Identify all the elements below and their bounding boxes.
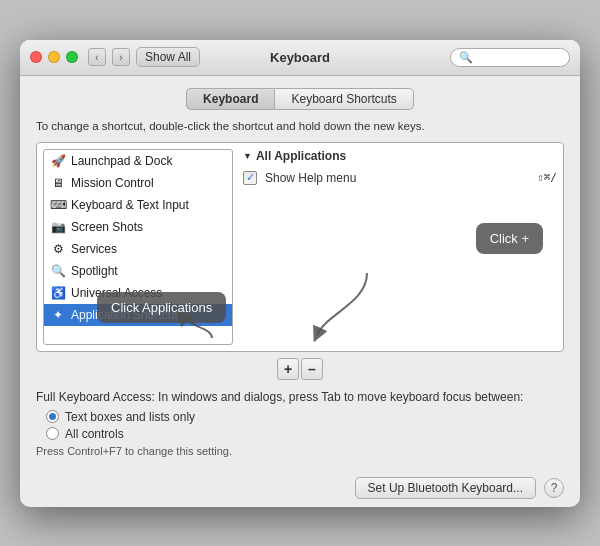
main-panel: 🚀 Launchpad & Dock 🖥 Mission Control ⌨ K… [36, 142, 564, 352]
tab-keyboard[interactable]: Keyboard [186, 88, 274, 110]
radio-item-text-boxes[interactable]: Text boxes and lists only [46, 410, 564, 424]
maximize-button[interactable] [66, 51, 78, 63]
bottom-bar: Set Up Bluetooth Keyboard... ? [20, 469, 580, 507]
add-shortcut-button[interactable]: + [277, 358, 299, 380]
shortcut-label: Show Help menu [265, 171, 529, 185]
triangle-icon: ▼ [243, 151, 252, 161]
list-item-screenshots[interactable]: 📷 Screen Shots [44, 216, 232, 238]
list-item-services[interactable]: ⚙ Services [44, 238, 232, 260]
radio-text-boxes[interactable] [46, 410, 59, 423]
spotlight-icon: 🔍 [50, 263, 66, 279]
app-shortcuts-icon: ✦ [50, 307, 66, 323]
callout-apps-label: Click Applications [111, 300, 212, 315]
radio-item-all-controls[interactable]: All controls [46, 427, 564, 441]
nav-controls: ‹ › Show All [88, 47, 200, 67]
full-kb-title: Full Keyboard Access: In windows and dia… [36, 390, 564, 404]
content-area: Keyboard Keyboard Shortcuts To change a … [20, 76, 580, 469]
list-item-label: Keyboard & Text Input [71, 198, 189, 212]
bluetooth-keyboard-button[interactable]: Set Up Bluetooth Keyboard... [355, 477, 536, 499]
list-item-label: Mission Control [71, 176, 154, 190]
screenshots-icon: 📷 [50, 219, 66, 235]
show-all-button[interactable]: Show All [136, 47, 200, 67]
window-title: Keyboard [270, 50, 330, 65]
remove-shortcut-button[interactable]: – [301, 358, 323, 380]
launchpad-icon: 🚀 [50, 153, 66, 169]
shortcut-checkbox[interactable]: ✓ [243, 171, 257, 185]
list-item-spotlight[interactable]: 🔍 Spotlight [44, 260, 232, 282]
keyboard-icon: ⌨ [50, 197, 66, 213]
radio-label-text-boxes: Text boxes and lists only [65, 410, 195, 424]
list-item-label: Services [71, 242, 117, 256]
add-remove-buttons: + – [36, 358, 564, 380]
shortcut-row: ✓ Show Help menu ⇧⌘/ [243, 169, 557, 187]
list-item-label: Screen Shots [71, 220, 143, 234]
forward-button[interactable]: › [112, 48, 130, 66]
instruction-text: To change a shortcut, double-click the s… [36, 120, 564, 132]
list-item-mission-control[interactable]: 🖥 Mission Control [44, 172, 232, 194]
list-item-launchpad[interactable]: 🚀 Launchpad & Dock [44, 150, 232, 172]
minimize-button[interactable] [48, 51, 60, 63]
list-item-label: Launchpad & Dock [71, 154, 172, 168]
radio-label-all-controls: All controls [65, 427, 124, 441]
full-keyboard-section: Full Keyboard Access: In windows and dia… [36, 390, 564, 457]
radio-all-controls[interactable] [46, 427, 59, 440]
ctrl-note: Press Control+F7 to change this setting. [36, 445, 564, 457]
callout-applications: Click Applications [97, 292, 226, 323]
universal-access-icon: ♿ [50, 285, 66, 301]
main-window: ‹ › Show All Keyboard 🔍 Keyboard Keyboar… [20, 40, 580, 507]
tab-keyboard-shortcuts[interactable]: Keyboard Shortcuts [274, 88, 413, 110]
all-apps-header: ▼ All Applications [243, 149, 557, 163]
callout-plus-label: Click + [490, 231, 529, 246]
services-icon: ⚙ [50, 241, 66, 257]
titlebar: ‹ › Show All Keyboard 🔍 [20, 40, 580, 76]
shortcut-key: ⇧⌘/ [537, 171, 557, 184]
back-button[interactable]: ‹ [88, 48, 106, 66]
traffic-lights [30, 51, 78, 63]
list-item-keyboard-text[interactable]: ⌨ Keyboard & Text Input [44, 194, 232, 216]
search-box[interactable]: 🔍 [450, 48, 570, 67]
radio-group: Text boxes and lists only All controls [46, 410, 564, 441]
help-button[interactable]: ? [544, 478, 564, 498]
tab-bar: Keyboard Keyboard Shortcuts [36, 88, 564, 110]
callout-plus: Click + [476, 223, 543, 254]
all-apps-label: All Applications [256, 149, 346, 163]
close-button[interactable] [30, 51, 42, 63]
list-item-label: Spotlight [71, 264, 118, 278]
search-icon: 🔍 [459, 51, 473, 64]
mission-control-icon: 🖥 [50, 175, 66, 191]
